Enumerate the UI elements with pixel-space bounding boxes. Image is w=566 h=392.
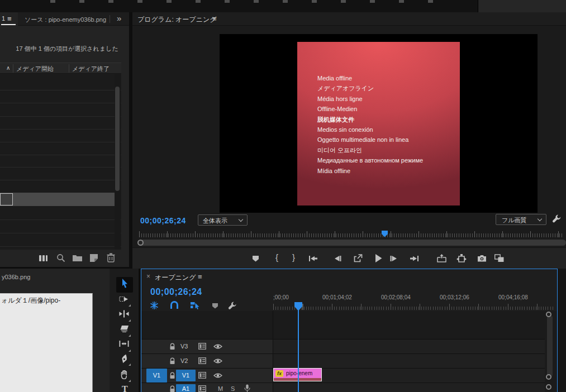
sync-lock-icon[interactable] [198,357,206,364]
tab-source-label[interactable]: ソース : pipo-enemy036b.png [25,16,106,24]
list-scrollbar-thumb[interactable] [115,87,120,191]
lock-icon[interactable] [169,343,175,350]
zoom-level-select[interactable]: 全体表示 [198,214,248,226]
row-divider [0,116,121,117]
lift-icon[interactable] [437,254,446,262]
selected-list-item[interactable] [0,193,115,206]
comparison-view-icon[interactable] [494,254,504,262]
search-icon[interactable] [56,254,65,262]
new-item-icon[interactable] [89,254,98,262]
linked-selection-icon[interactable] [191,301,200,309]
tab-separator [110,15,110,23]
type-tool[interactable]: T [117,386,132,392]
offline-line: Medios sin conexión [317,125,423,135]
program-zoom-scrollbar[interactable] [132,238,566,247]
track-content-v2[interactable] [273,354,545,368]
track-divider[interactable] [141,368,545,369]
selection-tool[interactable] [117,279,132,292]
extract-icon[interactable] [456,254,467,262]
ruler-label: 00;04;16;08 [498,294,528,300]
export-frame-camera-icon[interactable] [477,255,487,262]
tab-overflow-icon[interactable]: » [117,13,121,23]
track-label-v2[interactable]: V2 [180,357,188,364]
lock-icon[interactable] [169,372,175,379]
ripple-edit-tool[interactable] [117,310,132,323]
step-back-icon[interactable] [334,255,341,262]
timeline-timecode[interactable]: 00;00;26;24 [150,287,202,297]
track-divider[interactable] [141,339,545,340]
slip-tool[interactable] [117,340,132,353]
scrollbar-bar[interactable] [140,240,566,246]
sort-caret-icon[interactable]: ∧ [6,65,10,71]
track-target-a1[interactable]: A1 [176,384,196,392]
eye-icon[interactable] [213,372,222,379]
lock-icon[interactable] [169,385,175,392]
add-marker-icon[interactable] [252,255,259,262]
mark-out-icon[interactable]: } [292,252,295,262]
step-forward-icon[interactable] [390,255,397,262]
mark-in-icon[interactable]: { [275,252,278,262]
timeline-vscroll-handle-bottom[interactable] [546,374,551,380]
eye-icon[interactable] [213,358,222,364]
timeline-vscroll-bar[interactable] [547,315,553,377]
tab-project-truncated[interactable]: 1 ≡ [0,12,18,26]
timeline-hscroll-handle[interactable] [546,384,551,390]
hand-tool[interactable] [117,370,132,384]
track-select-forward-tool[interactable] [117,295,132,308]
sync-lock-icon[interactable] [198,385,206,392]
track-label-v3[interactable]: V3 [180,343,188,350]
snap-magnet-icon[interactable] [170,301,179,309]
scrollbar-end-handle[interactable] [137,240,144,246]
solo-button[interactable]: S [231,385,235,392]
pen-tool[interactable] [117,354,132,367]
program-settings-wrench-icon[interactable] [552,214,562,223]
timeline-add-marker-icon[interactable] [212,303,218,309]
track-target-v1[interactable]: V1 [176,370,196,381]
panel-menu-icon[interactable]: ≡ [212,15,217,23]
track-divider[interactable] [141,383,545,383]
tab-program-label[interactable]: プログラム: オープニング [137,15,216,25]
tab-sequence-label[interactable]: オープニング [155,273,196,283]
program-playhead-marker[interactable] [382,231,388,237]
column-media-end[interactable]: メディア終了 [72,65,110,73]
selection-status-message: 17 個中 1 個の項目が選択されました [11,45,123,53]
new-bin-folder-icon[interactable] [73,254,83,262]
track-row-a1 [141,383,273,392]
program-ruler[interactable] [132,230,566,238]
sync-lock-icon[interactable] [198,372,206,379]
insert-as-nest-icon[interactable] [150,301,159,310]
lift-export-icon[interactable] [354,254,363,262]
media-list [0,74,121,250]
timeline-ruler[interactable] [273,302,554,310]
column-divider[interactable] [13,64,13,73]
sync-lock-icon[interactable] [198,343,206,350]
row-divider [0,103,121,103]
trash-icon[interactable] [107,253,115,262]
play-button[interactable] [375,254,382,262]
razor-tool[interactable] [117,325,132,338]
track-divider[interactable] [141,353,545,354]
bin-item-filename[interactable]: y036b.png [2,274,30,280]
microphone-icon[interactable] [244,384,250,392]
go-to-in-icon[interactable] [309,255,317,262]
go-to-out-icon[interactable] [410,255,418,262]
menubar-right-segment [478,0,566,12]
column-divider[interactable] [69,64,69,73]
mute-button[interactable]: M [218,385,223,392]
panel-menu-icon[interactable]: ≡ [198,273,202,281]
lock-icon[interactable] [169,357,175,365]
timeline-settings-wrench-icon[interactable] [228,301,237,310]
column-media-start[interactable]: メディア開始 [16,65,54,73]
panel-menu-icon[interactable]: ≡ [7,15,12,23]
timeline-playhead-line[interactable] [298,302,299,392]
close-icon[interactable]: × [146,273,150,280]
selected-item-thumbnail[interactable] [0,193,13,205]
eye-icon[interactable] [213,343,222,350]
track-content-v3[interactable] [273,340,545,353]
source-patch-v1[interactable]: V1 [146,369,167,383]
media-browser-view-icon[interactable] [39,254,49,262]
track-content-a1[interactable] [273,383,545,392]
playback-quality-select[interactable]: フル画質 [496,214,546,225]
timeline-vscroll-handle-top[interactable] [546,312,551,317]
program-timecode[interactable]: 00;00;26;24 [140,216,186,225]
